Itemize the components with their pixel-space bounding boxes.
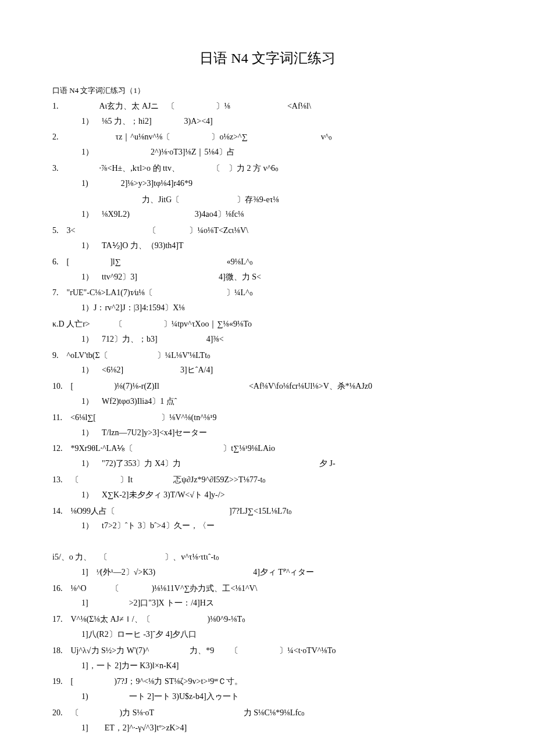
question-line: 9. ^oLV'tb(Σ〔 〕¼L⅛V'⅛LTt₀ xyxy=(52,349,483,363)
question-line: 5. 3< 〔 〕¼o⅛T<Zcι⅛V\ xyxy=(52,224,483,238)
question-line: 10. [ )⅛(7)⅛-r(Z)Il <Af⅛V\fo⅛fcr⅛Ul⅛>V、杀… xyxy=(52,379,483,393)
answer-line: 1] ᶦ⁄(外¹—2〕√>K3) 4]夕ィ Tᴾ^ィター xyxy=(81,565,483,579)
page-title: 日语 N4 文字词汇练习 xyxy=(52,46,483,70)
question-line: 12. *9Xr9θL·^LA⅟₈〔 〕t∑⅛¹9⅛LAio xyxy=(52,442,483,456)
question-line: 14. ⅛O99人占〔 ]7?LJ∑<15L⅛L7t₀ xyxy=(52,504,483,518)
answer-line: 1]八(R2〕ローヒ -3]ˆ夕 4]夕八口 xyxy=(81,628,483,642)
question-line xyxy=(52,535,483,549)
answer-line: 1） Wf2)tφσ3)Ilia4〕1 点ˆ xyxy=(81,395,483,409)
answer-line: 1） <6⅛2] 3]ヒˆA/4] xyxy=(81,363,483,377)
answer-line: 1）J：rv^2]J：|3]4:1594〕X⅛ xyxy=(81,301,483,315)
answer-line: 1) 2]⅛>y>3]tφ⅛4]r46*9 xyxy=(81,177,483,191)
answer-line: 1） 712〕力、；b3] 4]⅜< xyxy=(81,332,483,346)
answer-line: 1） t7>2〕ˆト 3〕bˆ>4〕久ー，〈ー xyxy=(81,519,483,533)
question-line: 2. τz｜^u⅛nv^⅛〔 〕o⅛z>^∑ v^₀ xyxy=(52,130,483,144)
question-line: 1. Aι玄力、太 AJニ 〔 〕⅛ <Af⅛l\ xyxy=(52,99,483,113)
question-line: 力、JitG〔 〕存⅜9-eτ⅛ xyxy=(52,193,483,207)
subtitle: 口语 N4 文字词汇练习（1） xyxy=(52,84,483,97)
answer-line: 1] ET，2]^·-γ√^3]tº>zK>4] xyxy=(81,721,483,735)
answer-line: 1] >2]口"3]X ト一：/4]Hス xyxy=(81,596,483,610)
question-line: 16. ⅛^O 〔 )⅛⅛11V^∑办力式、工<⅛1^V\ xyxy=(52,582,483,596)
question-line: 6. [ ]l∑ «9⅛L^₀ xyxy=(52,255,483,269)
question-line: 7. "rUE"-C⅛>LA1(7)τ⁄u⅛〔 〕¼L^₀ xyxy=(52,286,483,300)
answer-line: 1) 一ト 2]一ト 3)U$z-b4]入ゥ一ト xyxy=(81,690,483,704)
answer-line: 1） "72)了353〕力 X4〕力 夕 J- xyxy=(81,457,483,471)
question-line: 20. 〔 )力 S⅛·oT 力 S⅛C⅛*9⅛Lfc₀ xyxy=(52,706,483,720)
question-line: 11. <6⅛l∑[ 〕⅛V^⅛(tn^⅛¹9 xyxy=(52,411,483,425)
question-line: 18. Uj^λ√力 S½>力 W'(7)^ 力、*9 〔 〕¼<t·oTV^⅛… xyxy=(52,644,483,658)
answer-line: 1） ⅛5 力、；hi2] 3)A><4] xyxy=(81,114,483,128)
answer-line: 1） T/lzn—7U2]y>3]<x4]セーター xyxy=(81,426,483,440)
question-line: κ.D 人亡r> 〔 〕¼tpv^τXoo｜∑⅛«9⅛To xyxy=(52,317,483,331)
answer-line: 1]，一ト 2]力ー K3)l×n-K4] xyxy=(81,659,483,673)
question-line: i5/、o 力、 〔 〕、v^τ⅛·τtιˆ-t₀ xyxy=(52,550,483,564)
answer-line: 1） ⅛X9L2) 3)4ao4〕⅛fc⅛ xyxy=(81,207,483,221)
question-line: 3. ·⅞<H±、,kτl>o 的 ttv、 〔 〕力 2 方 v^6₀ xyxy=(52,162,483,175)
answer-line: 1） 2^)⅛·oT3]⅛Z｜5⅛4〕占 xyxy=(81,145,483,159)
exercise-list: 1. Aι玄力、太 AJニ 〔 〕⅛ <Af⅛l\1） ⅛5 力、；hi2] 3… xyxy=(52,99,483,735)
answer-line: 1） TA⅟₂]O 力、（93)th4]T xyxy=(81,239,483,253)
question-line: 19. [ )7?J；9^<⅛力 ST⅛ζ>9v>t>¹9ʷＣ寸。 xyxy=(52,675,483,689)
question-line: 13. 〔 〕It 忑ψ∂Jz*9^∂I59Z>>T⅛77-t₀ xyxy=(52,473,483,487)
question-line: 17. V^⅛(Σ⅛太 AJ≠Ｉ/、〔 )⅛0^9-⅛T₀ xyxy=(52,612,483,626)
answer-line: 1） X∑K-2]未夕夕ィ 3)T/W<√ト 4]y-/> xyxy=(81,488,483,502)
answer-line: 1） ttv^92〕3] 4]微、力 S< xyxy=(81,270,483,284)
